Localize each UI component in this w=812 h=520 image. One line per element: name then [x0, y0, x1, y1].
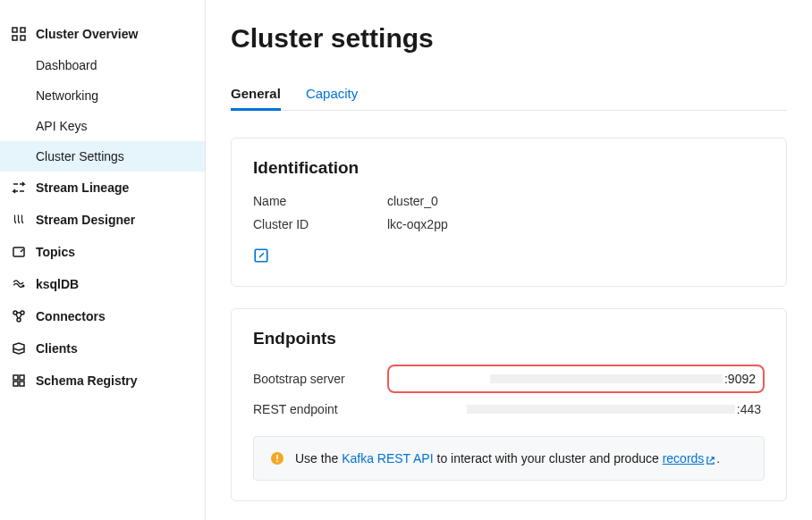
cluster-id-label: Cluster ID — [253, 217, 387, 231]
nav-label: Topics — [36, 245, 75, 259]
svg-point-5 — [22, 285, 25, 288]
svg-rect-10 — [20, 375, 24, 380]
nav-ksqldb[interactable]: ksqlDB — [0, 268, 205, 300]
nav-networking[interactable]: Networking — [0, 80, 205, 111]
nav-stream-designer[interactable]: Stream Designer — [0, 204, 205, 236]
designer-icon — [11, 212, 27, 228]
svg-point-8 — [17, 318, 21, 322]
records-link[interactable]: records — [663, 451, 717, 465]
nav-connectors[interactable]: Connectors — [0, 300, 205, 332]
nav-cluster-settings[interactable]: Cluster Settings — [0, 141, 205, 172]
info-banner: Use the Kafka REST API to interact with … — [253, 436, 765, 481]
svg-rect-0 — [13, 28, 17, 32]
schema-icon — [11, 373, 27, 389]
svg-rect-15 — [276, 455, 278, 459]
nav-dashboard[interactable]: Dashboard — [0, 50, 205, 80]
tab-capacity[interactable]: Capacity — [306, 79, 358, 110]
external-link-icon — [706, 454, 716, 465]
info-icon — [270, 451, 284, 465]
banner-text: Use the Kafka REST API to interact with … — [295, 451, 720, 465]
sidebar: Cluster Overview Dashboard Networking AP… — [0, 0, 206, 520]
kafka-rest-api-link[interactable]: Kafka REST API — [342, 451, 433, 465]
name-label: Name — [253, 194, 387, 208]
cluster-id-value: lkc-oqx2pp — [387, 217, 765, 231]
name-value: cluster_0 — [387, 194, 765, 208]
rest-label: REST endpoint — [253, 402, 387, 416]
nav-label: Stream Designer — [36, 213, 135, 227]
identification-card: Identification Name cluster_0 Cluster ID… — [231, 138, 787, 287]
grid-icon — [11, 26, 27, 42]
nav-label: Cluster Overview — [36, 27, 138, 41]
nav-api-keys[interactable]: API Keys — [0, 111, 205, 141]
bootstrap-highlight: :9092 — [387, 365, 765, 393]
svg-point-6 — [13, 311, 17, 315]
svg-rect-4 — [13, 247, 24, 256]
nav-label: Stream Lineage — [36, 180, 129, 195]
rest-value: :443 — [387, 402, 765, 416]
endpoints-title: Endpoints — [253, 329, 765, 348]
nav-stream-lineage[interactable]: Stream Lineage — [0, 172, 205, 204]
svg-rect-1 — [21, 28, 25, 32]
page-title: Cluster settings — [231, 23, 787, 54]
identification-title: Identification — [253, 158, 765, 178]
nav-schema-registry[interactable]: Schema Registry — [0, 365, 205, 397]
bootstrap-label: Bootstrap server — [253, 372, 387, 386]
edit-icon — [253, 247, 269, 266]
bootstrap-redacted: :9092 — [396, 372, 756, 386]
svg-rect-9 — [13, 375, 18, 380]
nav-topics[interactable]: Topics — [0, 236, 205, 268]
ksqldb-icon — [11, 276, 27, 292]
svg-rect-16 — [276, 461, 278, 463]
svg-point-7 — [21, 311, 24, 315]
nav-label: ksqlDB — [36, 277, 79, 291]
nav-label: Schema Registry — [36, 373, 138, 388]
lineage-icon — [11, 180, 27, 196]
connectors-icon — [11, 308, 27, 324]
clients-icon — [11, 340, 27, 356]
nav-clients[interactable]: Clients — [0, 332, 205, 365]
svg-rect-11 — [13, 382, 18, 386]
tabs: General Capacity — [231, 79, 787, 111]
nav-cluster-overview[interactable]: Cluster Overview — [0, 18, 205, 50]
svg-rect-12 — [20, 382, 24, 386]
endpoints-card: Endpoints Bootstrap server :9092 REST en… — [231, 308, 787, 501]
nav-label: Clients — [36, 341, 78, 356]
bootstrap-port: :9092 — [724, 372, 756, 386]
main-content: Cluster settings General Capacity Identi… — [206, 0, 812, 520]
nav-label: Connectors — [36, 309, 106, 323]
edit-button[interactable] — [253, 247, 269, 266]
rest-port: :443 — [737, 402, 761, 416]
tab-general[interactable]: General — [231, 79, 281, 111]
svg-rect-3 — [21, 36, 25, 40]
topics-icon — [11, 244, 27, 260]
svg-rect-2 — [13, 36, 17, 40]
